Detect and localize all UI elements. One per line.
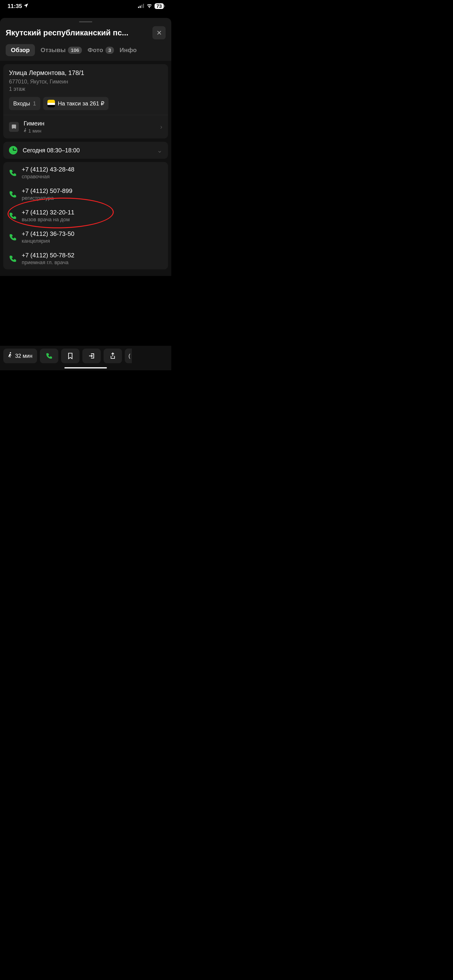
call-button[interactable]: [40, 348, 58, 363]
phone-number: +7 (4112) 32-20-11: [22, 209, 162, 216]
phone-row[interactable]: +7 (4112) 36-73-50 канцелярия: [3, 226, 168, 248]
share-icon: [110, 352, 116, 360]
svg-rect-2: [141, 5, 142, 8]
phone-row[interactable]: +7 (4112) 43-28-48 справочная: [3, 162, 168, 183]
phone-label: регистратура: [22, 195, 162, 201]
close-button[interactable]: ✕: [152, 26, 166, 40]
phone-icon: [9, 169, 16, 177]
address-block[interactable]: Улица Лермонтова, 178/1 677010, Якутск, …: [3, 64, 168, 97]
address-street: Улица Лермонтова, 178/1: [9, 69, 162, 76]
address-floor: 1 этаж: [9, 85, 162, 93]
tab-overview[interactable]: Обзор: [6, 44, 35, 56]
phones-card: +7 (4112) 43-28-48 справочная +7 (4112) …: [3, 162, 168, 269]
taxi-label: На такси за 261 ₽: [58, 100, 104, 107]
phone-icon: [46, 353, 53, 359]
address-city: 677010, Якутск, Гимеин: [9, 78, 162, 85]
close-icon: ✕: [156, 29, 162, 37]
hours-text: Сегодня 08:30–18:00: [23, 147, 80, 154]
phone-row[interactable]: +7 (4112) 32-20-11 вызов врача на дом: [3, 205, 168, 226]
svg-rect-0: [138, 6, 139, 8]
hours-row[interactable]: Сегодня 08:30–18:00 ⌄: [3, 142, 168, 159]
clock-icon: [9, 146, 18, 154]
bookmark-button[interactable]: [61, 348, 80, 363]
signal-icon: [138, 3, 144, 10]
battery-level: 73: [155, 3, 164, 9]
pedestrian-icon: [8, 352, 12, 360]
more-button[interactable]: (: [125, 348, 132, 363]
wifi-icon: [147, 3, 152, 10]
status-bar: 11:35 73: [0, 0, 171, 11]
phone-number: +7 (4112) 50-78-52: [22, 252, 162, 259]
phone-row[interactable]: +7 (4112) 507-899 регистратура: [3, 183, 168, 205]
svg-rect-3: [143, 4, 144, 8]
bus-icon: [9, 122, 19, 132]
reviews-count: 106: [68, 47, 82, 54]
phone-number: +7 (4112) 507-899: [22, 187, 162, 194]
sheet-handle[interactable]: [79, 21, 92, 22]
phone-icon: [9, 234, 16, 241]
taxi-icon: [48, 100, 55, 107]
entrances-button[interactable]: Входы 1: [9, 97, 40, 110]
signin-button[interactable]: [82, 348, 101, 363]
bottom-sheet: Якутский республиканский пс... ✕ Обзор О…: [0, 18, 171, 276]
phone-label: приемная гл. врача: [22, 259, 162, 266]
location-icon: [23, 3, 29, 10]
walk-duration: 32 мин: [15, 353, 32, 359]
walk-icon: [24, 128, 27, 134]
share-button[interactable]: [104, 348, 122, 363]
chevron-right-icon: ›: [160, 123, 162, 130]
transit-walk-time: 1 мин: [28, 128, 41, 134]
transit-stop-name: Гимеин: [24, 120, 45, 127]
photos-count: 3: [105, 47, 114, 54]
svg-point-6: [25, 128, 26, 129]
taxi-button[interactable]: На такси за 261 ₽: [43, 97, 108, 110]
tab-photos[interactable]: Фото 3: [88, 46, 114, 54]
svg-rect-5: [13, 126, 15, 127]
svg-point-7: [10, 352, 11, 353]
tabs: Обзор Отзывы 106 Фото 3 Инфо: [0, 44, 171, 61]
bookmark-icon: [67, 352, 73, 360]
home-indicator[interactable]: [64, 367, 107, 368]
route-walk-button[interactable]: 32 мин: [3, 348, 37, 363]
phone-label: канцелярия: [22, 238, 162, 244]
phone-icon: [9, 255, 16, 262]
phone-label: справочная: [22, 173, 162, 180]
bottom-action-bar: 32 мин (: [0, 346, 171, 370]
tab-info[interactable]: Инфо: [120, 46, 137, 54]
more-icon: (: [129, 353, 130, 359]
login-icon: [88, 353, 95, 359]
phone-number: +7 (4112) 43-28-48: [22, 166, 162, 173]
tab-photos-label: Фото: [88, 46, 103, 54]
entrances-count: 1: [33, 100, 36, 107]
status-time: 11:35: [8, 3, 22, 10]
phone-row[interactable]: +7 (4112) 50-78-52 приемная гл. врача: [3, 248, 168, 269]
phone-icon: [9, 191, 16, 198]
address-card: Улица Лермонтова, 178/1 677010, Якутск, …: [3, 64, 168, 138]
place-title: Якутский республиканский пс...: [6, 28, 148, 37]
svg-rect-1: [140, 6, 140, 8]
phone-icon: [9, 212, 16, 220]
phone-number: +7 (4112) 36-73-50: [22, 230, 162, 237]
tab-reviews-label: Отзывы: [41, 46, 65, 54]
chevron-down-icon: ⌄: [157, 146, 162, 154]
entrances-label: Входы: [13, 100, 30, 107]
transit-row[interactable]: Гимеин 1 мин ›: [3, 115, 168, 138]
tab-reviews[interactable]: Отзывы 106: [41, 46, 82, 54]
phone-label: вызов врача на дом: [22, 216, 162, 223]
